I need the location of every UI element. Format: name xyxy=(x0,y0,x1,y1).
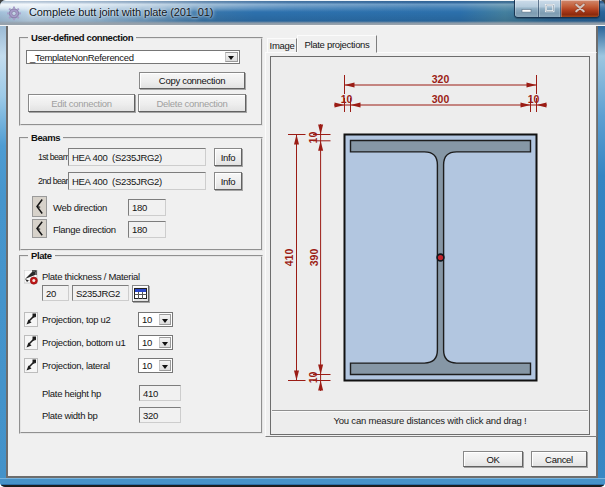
svg-text:300: 300 xyxy=(432,93,450,105)
svg-text:410: 410 xyxy=(283,249,295,267)
svg-text:10: 10 xyxy=(341,93,353,105)
svg-text:10: 10 xyxy=(528,93,540,105)
svg-text:10: 10 xyxy=(307,132,319,144)
svg-text:10: 10 xyxy=(307,372,319,384)
svg-text:390: 390 xyxy=(308,249,320,267)
svg-text:320: 320 xyxy=(432,73,450,85)
